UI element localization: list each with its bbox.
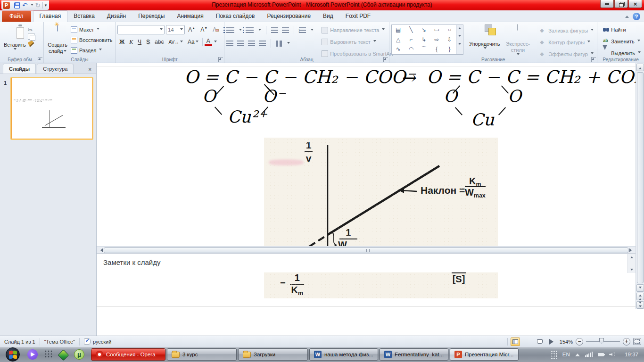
- clock[interactable]: 19:37: [625, 352, 638, 357]
- zoom-level[interactable]: 154%: [560, 339, 573, 345]
- change-case-button[interactable]: Aa: [186, 38, 200, 46]
- justify-icon[interactable]: [259, 41, 266, 47]
- minimize-button[interactable]: [600, 0, 614, 8]
- shape-down-arrow[interactable]: ⇩: [443, 35, 456, 45]
- shape-arrow[interactable]: ↘: [418, 25, 430, 35]
- next-slide-button[interactable]: [636, 301, 644, 309]
- tab-transitions[interactable]: Переходы: [132, 11, 171, 22]
- slide-sorter-view-button[interactable]: [523, 337, 532, 346]
- scroll-right-icon[interactable]: [629, 248, 634, 252]
- slide-thumbnail[interactable]: O = C − C − CH₂ − COO⁻ → O = C − C = CH₂…: [11, 78, 92, 139]
- taskbar-word-doc2[interactable]: Fermentativny_kat...: [380, 348, 448, 361]
- shrink-font-button[interactable]: A▼: [198, 26, 209, 33]
- line-spacing-icon[interactable]: [299, 27, 306, 33]
- reading-view-button[interactable]: [535, 337, 545, 346]
- zoom-slider[interactable]: [586, 341, 620, 342]
- strikethrough-button[interactable]: abc: [153, 38, 165, 46]
- battery-icon[interactable]: [598, 353, 604, 356]
- taskbar-word-doc1[interactable]: наша метода физ...: [309, 348, 378, 361]
- font-color-caret[interactable]: [214, 41, 217, 44]
- collapse-ribbon-icon[interactable]: [625, 14, 629, 18]
- arrange-button[interactable]: Упорядочить: [467, 24, 502, 51]
- shape-line[interactable]: ╲: [405, 25, 417, 35]
- tab-slideshow[interactable]: Показ слайдов: [210, 11, 261, 22]
- notes-placeholder[interactable]: Заметки к слайду: [103, 258, 161, 266]
- daemon-tools-icon[interactable]: [58, 349, 69, 361]
- align-center-icon[interactable]: [237, 41, 244, 47]
- shapes-gallery[interactable]: ▤ ╲ ↘ ▭ ○ △ ⌐ ↳ ⇨ ⇩ ∿ ◠ ⌒ { }: [391, 25, 456, 55]
- select-button[interactable]: Выделить: [601, 48, 642, 58]
- lineweaver-burk-plot[interactable]: 1v Наклон = Km Wmax 1 Wmax: [264, 138, 498, 298]
- language-indicator[interactable]: EN: [562, 352, 570, 357]
- section-button[interactable]: Раздел: [69, 45, 114, 55]
- normal-view-button[interactable]: [511, 337, 520, 346]
- shapes-gallery-scrollbar[interactable]: [456, 25, 463, 55]
- slideshow-view-button[interactable]: [547, 337, 557, 346]
- bold-button[interactable]: Ж: [117, 38, 126, 46]
- horizontal-scrollbar[interactable]: [97, 246, 636, 254]
- shape-triangle[interactable]: △: [392, 35, 405, 45]
- tab-view[interactable]: Вид: [317, 11, 339, 22]
- tab-foxit-pdf[interactable]: Foxit PDF: [339, 11, 377, 22]
- panel-tab-outline[interactable]: Структура: [37, 64, 74, 74]
- numbering-icon[interactable]: [246, 27, 254, 33]
- restore-button[interactable]: [614, 0, 628, 8]
- alice-icon[interactable]: [27, 349, 38, 360]
- grow-font-button[interactable]: A▲: [186, 26, 197, 33]
- bullets-caret[interactable]: [239, 29, 242, 32]
- tab-file[interactable]: Файл: [2, 11, 31, 22]
- underline-button[interactable]: Ч: [136, 38, 143, 46]
- new-slide-button[interactable]: Создать слайд: [46, 25, 69, 55]
- tab-animations[interactable]: Анимация: [171, 11, 209, 22]
- taskbar-folder-3kurs[interactable]: 3 курс: [167, 348, 237, 361]
- find-button[interactable]: Найти: [601, 25, 642, 34]
- shape-textbox[interactable]: ▤: [392, 25, 405, 35]
- format-painter-icon[interactable]: [28, 41, 34, 47]
- font-size-combo[interactable]: 14: [166, 25, 185, 34]
- columns-icon[interactable]: [276, 41, 282, 47]
- shape-arc[interactable]: ◠: [405, 44, 417, 54]
- shape-scribble[interactable]: ∿: [392, 44, 405, 54]
- cut-icon[interactable]: [28, 25, 34, 32]
- spellcheck-icon[interactable]: [84, 338, 91, 345]
- hidden-icons-chevron[interactable]: [575, 351, 580, 356]
- scroll-down-button[interactable]: [636, 284, 644, 292]
- shape-right-brace[interactable]: }: [443, 44, 456, 54]
- start-button[interactable]: [6, 347, 20, 362]
- increase-indent-icon[interactable]: [282, 27, 289, 33]
- tab-home[interactable]: Главная: [33, 10, 68, 22]
- taskbar-folder-downloads[interactable]: Загрузки: [238, 348, 308, 361]
- shapes-scroll-up-icon[interactable]: [458, 26, 461, 29]
- panel-close-icon[interactable]: [87, 65, 93, 74]
- numbering-caret[interactable]: [258, 29, 261, 32]
- tab-insert[interactable]: Вставка: [67, 11, 101, 22]
- previous-slide-button[interactable]: [636, 293, 644, 300]
- scroll-up-button[interactable]: [636, 64, 644, 71]
- zoom-in-button[interactable]: +: [623, 338, 630, 346]
- drawing-dialog-launcher[interactable]: [591, 57, 596, 62]
- decrease-indent-icon[interactable]: [271, 27, 278, 33]
- shape-elbow-arrow[interactable]: ↳: [418, 35, 430, 45]
- notes-pane[interactable]: Заметки к слайду: [97, 254, 636, 272]
- scroll-left-icon[interactable]: [99, 248, 103, 252]
- columns-caret[interactable]: [287, 42, 290, 45]
- vertical-scrollbar[interactable]: [636, 63, 644, 309]
- shape-oval[interactable]: ○: [443, 25, 456, 35]
- tab-review[interactable]: Рецензирование: [261, 11, 317, 22]
- tray-grid-icon[interactable]: [551, 350, 557, 359]
- network-icon[interactable]: [585, 352, 593, 357]
- replace-button[interactable]: Заменить: [601, 36, 642, 46]
- app-grid-icon[interactable]: [44, 350, 53, 359]
- panel-tab-slides[interactable]: Слайды: [3, 64, 36, 74]
- line-spacing-caret[interactable]: [311, 29, 314, 32]
- font-dialog-launcher[interactable]: [218, 57, 223, 62]
- shapes-more-icon[interactable]: [458, 43, 461, 54]
- notes-scroll-up-icon[interactable]: [630, 255, 633, 258]
- taskbar-powerpoint[interactable]: Презентация Micr...: [450, 348, 519, 361]
- tab-design[interactable]: Дизайн: [101, 11, 132, 22]
- horizontal-scroll-thumb[interactable]: [104, 247, 628, 253]
- clear-formatting-button[interactable]: A: [211, 26, 221, 33]
- font-name-combo[interactable]: [117, 25, 165, 34]
- shape-elbow[interactable]: ⌐: [405, 35, 417, 45]
- help-icon[interactable]: [633, 13, 640, 20]
